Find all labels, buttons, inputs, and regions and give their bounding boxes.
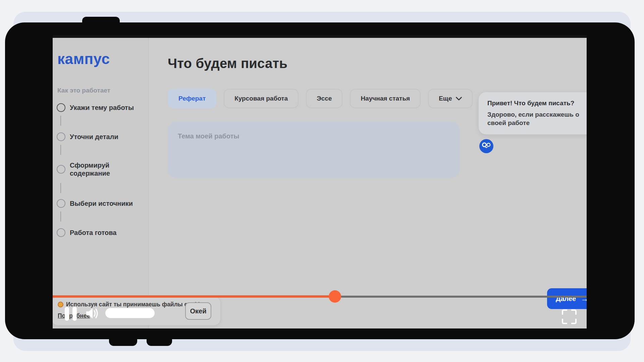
step-connector-line [60,183,61,193]
assistant-tooltip-body: Здорово, если расскажешь о своей работе [487,110,581,127]
chip-label: Научная статья [361,95,410,102]
step-indicator-circle [57,165,65,174]
pause-bar [72,307,77,321]
work-type-chips: Реферат Курсовая работа Эссе Научная ста… [168,89,473,108]
device-button-right [147,337,172,346]
device-power-button [82,17,120,28]
cookie-icon [58,302,63,307]
video-letterbox-strip [53,35,587,38]
pause-bar [65,307,69,321]
step-indicator-circle [57,103,65,112]
assistant-tooltip: Привет! Что будем писать? Здорово, если … [479,92,587,134]
glasses-icon [481,142,491,150]
assistant-tooltip-title: Привет! Что будем писать? [487,100,584,107]
topic-input-wrap [168,122,460,178]
step-label: Уточни детали [70,133,118,141]
chip-label: Эссе [317,95,332,102]
next-button[interactable]: Далее → [547,288,587,309]
chevron-down-icon [456,97,462,101]
topic-input[interactable] [168,122,460,178]
sidebar-step-sources: Выбери источники [57,199,133,208]
chip-label: Курсовая работа [234,95,288,102]
step-indicator-circle [57,199,65,208]
chip-more[interactable]: Еще [428,89,473,108]
device-button-left [109,337,137,346]
chip-kursovaya[interactable]: Курсовая работа [224,89,299,108]
sidebar-step-topic: Укажи тему работы [57,103,134,112]
cookie-accept-button[interactable]: Окей [185,302,211,320]
sidebar-step-outline: Сформируй содержание [57,161,137,177]
step-indicator-circle [57,228,65,237]
sidebar-step-details: Уточни детали [57,132,118,141]
video-screen[interactable]: кампус Как это работает Укажи тему работ… [53,35,587,328]
progress-knob[interactable] [329,290,341,303]
step-label: Сформируй содержание [70,161,137,177]
chip-label: Реферат [178,95,206,102]
step-label: Работа готова [70,229,116,237]
kampus-logo[interactable]: кампус [57,51,110,67]
chip-referat[interactable]: Реферат [168,89,216,108]
volume-slider[interactable] [105,308,155,318]
sidebar-step-done: Работа готова [57,228,116,237]
chip-label: Еще [439,95,452,102]
step-indicator-circle [57,132,65,141]
page-title: Что будем писать [168,56,287,71]
chip-esse[interactable]: Эссе [306,89,342,108]
step-label: Выбери источники [70,199,133,207]
pause-icon[interactable] [65,307,77,321]
page-background: кампус Как это работает Укажи тему работ… [0,0,644,362]
how-it-works-label: Как это работает [57,87,110,94]
step-connector-line [60,212,61,222]
progress-played[interactable] [53,295,335,298]
step-connector-line [60,116,61,126]
assistant-avatar[interactable] [479,139,493,153]
volume-icon[interactable] [84,306,100,322]
step-label: Укажи тему работы [70,104,134,112]
chip-nauchnaya-statya[interactable]: Научная статья [350,89,421,108]
sidebar: кампус Как это работает Укажи тему работ… [53,38,149,328]
fullscreen-icon[interactable] [561,309,577,326]
cookie-text-row: Используя сайт ты принимаешь файлы cooki… [58,301,206,308]
step-connector-line [60,145,61,155]
